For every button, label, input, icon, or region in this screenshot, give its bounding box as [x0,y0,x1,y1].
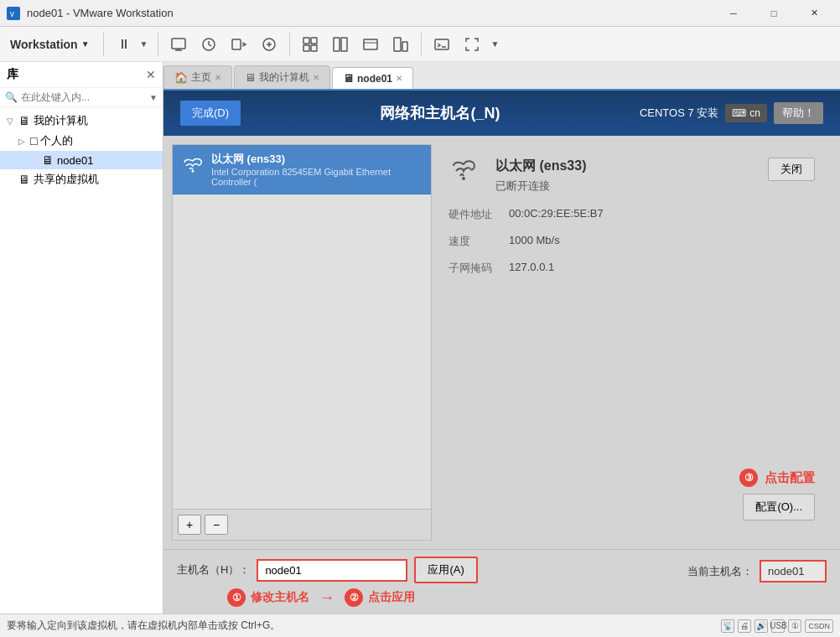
config-button[interactable]: 配置(O)... [743,494,815,520]
svg-rect-2 [172,39,185,49]
keyboard-label: cn [749,107,760,119]
detail-status: 已断开连接 [495,179,586,194]
my-computer-label: 我的计算机 [34,113,88,128]
toolbar-btn-4[interactable] [256,31,283,58]
detail-network-icon [449,158,479,194]
remove-network-button[interactable]: − [205,515,228,535]
sidebar-item-node01[interactable]: 🖥 node01 [0,151,163,169]
hint3-circle: ③ [739,469,758,487]
node01-label: node01 [57,154,93,167]
folder-icon: □ [30,134,37,148]
tab-home[interactable]: 🏠 主页 ✕ [163,65,232,89]
hostname-input[interactable] [257,559,407,582]
content-area: 🏠 主页 ✕ 🖥 我的计算机 ✕ 🖥 node01 ✕ 完成(D) 网络和 [163,62,840,614]
minimize-button[interactable]: ─ [714,0,753,27]
centos-label: CENTOS 7 安装 [640,106,718,121]
speed-value: 1000 Mb/s [509,234,560,249]
svg-point-17 [462,177,465,180]
sidebar-item-shared-vms[interactable]: 🖥 共享的虚拟机 [0,169,163,189]
toolbar-btn-6[interactable] [327,31,354,58]
detail-close-button[interactable]: 关闭 [768,158,815,181]
computer-icon: 🖥 [18,114,30,127]
sidebar-search-input[interactable] [21,91,149,103]
toolbar-btn-2[interactable] [195,31,222,58]
toolbar-btn-8[interactable] [387,31,414,58]
dialog-header: 完成(D) 网络和主机名(_N) CENTOS 7 安装 ⌨ cn 帮助！ [163,91,840,136]
window-controls: ─ □ ✕ [714,0,833,27]
main-layout: 库 ✕ 🔍 ▼ ▽ 🖥 我的计算机 ▷ □ 个人的 🖥 [0,62,840,614]
status-icons: 📡 🖨 🔊 USB ① CSDN [721,619,833,633]
toolbar-btn-7[interactable] [357,31,384,58]
current-hostname-value: node01 [760,560,827,583]
network-list: 以太网 (ens33) Intel Corporation 82545EM Gi… [172,144,432,541]
maximize-button[interactable]: □ [754,0,793,27]
console-button[interactable] [428,31,455,58]
network-item-icon [181,156,205,184]
current-hostname-label: 当前主机名： [687,564,753,579]
add-network-button[interactable]: + [178,515,201,535]
network-details: 以太网 (ens33) 已断开连接 关闭 硬件地址 00:0C:29:EE:5E… [432,144,832,541]
arrow-right: → [319,589,334,607]
svg-rect-8 [303,45,309,51]
status-icon-2: 🖨 [738,619,751,633]
status-text: 要将输入定向到该虚拟机，请在虚拟机内部单击或按 Ctrl+G。 [7,619,280,633]
hint1-text: 修改主机名 [251,590,309,605]
detail-name: 以太网 (ens33) [495,158,586,175]
window-title: node01 - VMware Workstation [27,7,174,19]
status-icon-4: USB [771,619,785,633]
personal-label: 个人的 [40,133,73,148]
sidebar-item-my-computer[interactable]: ▽ 🖥 我的计算机 [0,111,163,131]
toolbar-btn-5[interactable] [297,31,324,58]
dialog-title: 网络和主机名(_N) [380,103,500,123]
status-icon-3: 🔊 [754,619,768,633]
hint1-circle: ① [227,588,246,607]
home-tab-close[interactable]: ✕ [215,73,221,82]
pause-button[interactable]: ⏸ [111,31,137,58]
network-item-desc: Intel Corporation 82545EM Gigabit Ethern… [211,167,423,187]
keyboard-icon: ⌨ [732,107,746,119]
keyboard-button[interactable]: ⌨ cn [725,104,767,122]
toolbar-btn-1[interactable] [165,31,192,58]
network-list-empty [173,194,431,509]
svg-rect-12 [364,39,377,49]
title-bar: v node01 - VMware Workstation ─ □ ✕ [0,0,840,27]
svg-rect-7 [311,38,317,44]
pause-group: ⏸ ▼ [111,31,151,58]
fullscreen-dropdown-button[interactable]: ▼ [489,31,502,58]
node01-icon: 🖥 [42,153,54,167]
tab-my-computer[interactable]: 🖥 我的计算机 ✕ [234,65,330,89]
svg-rect-4 [232,39,241,49]
toolbar-btn-3[interactable] [226,31,252,58]
tab-node01[interactable]: 🖥 node01 ✕ [332,67,413,89]
network-item-name: 以太网 (ens33) [211,152,423,167]
sidebar: 库 ✕ 🔍 ▼ ▽ 🖥 我的计算机 ▷ □ 个人的 🖥 [0,62,163,614]
shared-vms-label: 共享的虚拟机 [34,172,99,187]
detail-hw-row: 硬件地址 00:0C:29:EE:5E:B7 [449,207,815,222]
sidebar-item-personal[interactable]: ▷ □ 个人的 [0,131,163,151]
hw-addr-label: 硬件地址 [449,207,499,222]
status-bar: 要将输入定向到该虚拟机，请在虚拟机内部单击或按 Ctrl+G。 📡 🖨 🔊 US… [0,614,840,637]
home-tab-label: 主页 [191,70,211,85]
toolbar-separator-1 [103,33,104,56]
mycomputer-tab-label: 我的计算机 [259,70,309,85]
network-dialog: 完成(D) 网络和主机名(_N) CENTOS 7 安装 ⌨ cn 帮助！ [163,91,840,614]
mycomputer-tab-close[interactable]: ✕ [313,73,319,82]
network-list-item-ens33[interactable]: 以太网 (ens33) Intel Corporation 82545EM Gi… [173,145,431,194]
apply-button[interactable]: 应用(A) [414,557,477,583]
node01-tab-close[interactable]: ✕ [396,74,402,83]
workstation-menu[interactable]: Workstation ▼ [3,34,96,54]
tab-bar: 🏠 主页 ✕ 🖥 我的计算机 ✕ 🖥 node01 ✕ [163,62,840,91]
network-item-info: 以太网 (ens33) Intel Corporation 82545EM Gi… [211,152,423,187]
pause-dropdown-button[interactable]: ▼ [137,31,151,58]
node01-tab-label: node01 [357,73,392,85]
help-button[interactable]: 帮助！ [774,102,823,124]
workstation-dropdown-arrow: ▼ [81,39,90,49]
sidebar-close-button[interactable]: ✕ [146,68,156,81]
close-button[interactable]: ✕ [795,0,833,27]
node01-tab-icon: 🖥 [343,72,354,85]
shared-icon: 🖥 [18,173,30,186]
search-dropdown-icon[interactable]: ▼ [149,93,158,102]
done-button[interactable]: 完成(D) [180,101,241,126]
fullscreen-button[interactable] [459,31,485,58]
page-content: 完成(D) 网络和主机名(_N) CENTOS 7 安装 ⌨ cn 帮助！ [163,91,840,614]
